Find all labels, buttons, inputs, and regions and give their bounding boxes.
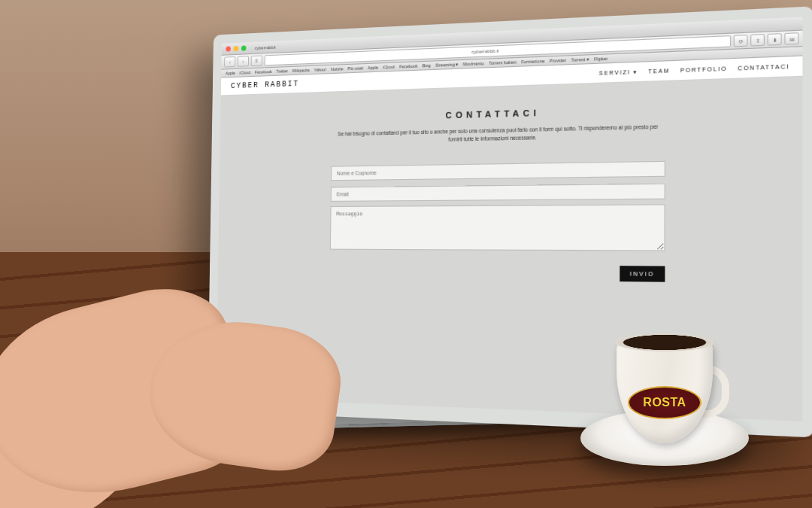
bookmark-item[interactable]: Facebook bbox=[399, 63, 418, 68]
page-intro: Se hai bisogno di contattarci per il tuo… bbox=[332, 123, 665, 146]
laptop-model-label: MacBook Air bbox=[349, 422, 389, 427]
nav-team[interactable]: TEAM bbox=[648, 67, 670, 75]
downloads-icon[interactable]: ⬇ bbox=[768, 33, 782, 46]
bookmark-item[interactable]: Yahoo! bbox=[314, 67, 326, 72]
page-title: CONTATTACI bbox=[254, 102, 759, 125]
bookmark-item[interactable]: Torrent ▾ bbox=[571, 57, 589, 62]
bookmark-item[interactable]: Flipkar bbox=[594, 56, 607, 62]
bookmark-item[interactable]: Bing bbox=[423, 63, 431, 68]
reader-button[interactable]: ≡ bbox=[251, 55, 262, 66]
message-field[interactable] bbox=[330, 204, 665, 251]
contact-form: INVIO bbox=[330, 159, 665, 259]
bookmark-item[interactable]: Facebook bbox=[255, 69, 272, 75]
bookmark-item[interactable]: Formazione bbox=[521, 59, 544, 65]
bookmark-item[interactable]: Più usati bbox=[347, 65, 363, 71]
tabs-icon[interactable]: ⊞ bbox=[784, 32, 798, 45]
site-logo[interactable]: CYBER RABBIT bbox=[231, 80, 299, 90]
bookmark-item[interactable]: Twitter bbox=[276, 68, 288, 74]
bookmark-item[interactable]: Apple bbox=[226, 71, 235, 75]
browser-tab-title[interactable]: cyberrabbit bbox=[255, 44, 276, 50]
bookmark-item[interactable]: iCloud bbox=[240, 70, 251, 75]
scene: MacBook Air cyberrabbit ‹ › ≡ cyberrabbi… bbox=[0, 0, 812, 508]
forward-button[interactable]: › bbox=[238, 56, 249, 67]
name-field[interactable] bbox=[331, 160, 665, 180]
cup-rim bbox=[615, 333, 714, 351]
bookmark-item[interactable]: Streaming ▾ bbox=[435, 62, 459, 67]
nav-servizi[interactable]: SERVIZI ▾ bbox=[599, 68, 638, 77]
bookmark-item[interactable]: Apple bbox=[368, 65, 378, 70]
minimize-window-icon[interactable] bbox=[234, 46, 239, 51]
bookmark-item[interactable]: Wikipedia bbox=[292, 68, 310, 73]
bookmark-item[interactable]: Movimento bbox=[463, 61, 484, 66]
nav-portfolio[interactable]: PORTFOLIO bbox=[680, 65, 727, 74]
back-button[interactable]: ‹ bbox=[224, 56, 235, 68]
submit-button[interactable]: INVIO bbox=[620, 266, 665, 282]
share-icon[interactable]: ⇪ bbox=[750, 34, 765, 46]
close-window-icon[interactable] bbox=[226, 46, 231, 51]
site-nav: SERVIZI ▾ TEAM PORTFOLIO CONTATTACI bbox=[599, 63, 790, 77]
zoom-window-icon[interactable] bbox=[241, 45, 247, 50]
nav-contattaci[interactable]: CONTATTACI bbox=[738, 63, 789, 71]
email-field[interactable] bbox=[331, 183, 665, 201]
bookmark-item[interactable]: Torrent Italiani bbox=[489, 59, 517, 65]
reload-button[interactable]: ⟳ bbox=[734, 35, 748, 47]
bookmark-item[interactable]: Notizie bbox=[331, 66, 344, 71]
cup-brand-text: ROSTA bbox=[643, 396, 686, 409]
coffee-cup: ROSTA bbox=[609, 332, 720, 443]
bookmark-item[interactable]: Provider bbox=[550, 58, 566, 63]
cup-brand-badge: ROSTA bbox=[628, 386, 701, 419]
bookmark-item[interactable]: iCloud bbox=[383, 65, 395, 70]
